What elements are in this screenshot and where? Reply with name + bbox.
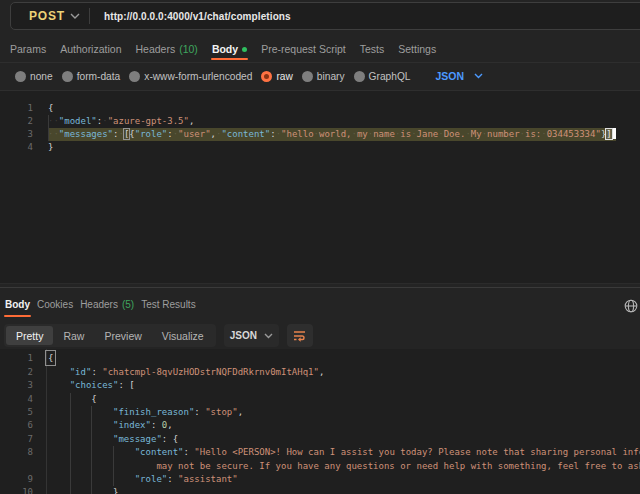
response-tabs: Body Cookies Headers(5) Test Results <box>5 290 640 318</box>
line-number: 9 <box>0 473 33 486</box>
code-line: 6 "index": 0, <box>0 419 640 432</box>
wrap-line-button[interactable] <box>287 324 313 347</box>
text-cursor <box>613 128 616 139</box>
request-tabs: Params Authorization Headers(10) Body Pr… <box>10 36 640 62</box>
code-token <box>48 420 113 430</box>
code-token: } <box>48 142 53 152</box>
line-number: 8 <box>0 446 33 459</box>
code-token: "index" <box>113 420 151 430</box>
label: Authorization <box>60 43 121 55</box>
response-language-dropdown[interactable]: JSON <box>224 324 279 347</box>
code-line: may not be secure. If you have any quest… <box>0 460 640 473</box>
code-line: 2··"model":·"azure-gpt-3.5", <box>0 115 640 128</box>
postman-app: POST http://0.0.0.0:4000/v1/chat/complet… <box>0 0 640 494</box>
tab-body[interactable]: Body <box>212 36 247 62</box>
line-number: 1 <box>0 352 33 365</box>
radio-none[interactable]: none <box>15 71 53 82</box>
radio-raw[interactable]: raw <box>261 71 292 82</box>
line-number: 4 <box>0 393 33 406</box>
label: x-www-form-urlencoded <box>144 71 252 82</box>
label: raw <box>276 71 292 82</box>
code-token: : <box>151 420 162 430</box>
code-token: "assistant" <box>178 474 238 484</box>
code-line: 9 "role": "assistant" <box>0 473 640 486</box>
code-token: "content" <box>135 447 184 457</box>
chevron-down-icon <box>264 333 273 339</box>
code-token: ] <box>606 129 611 139</box>
code-text: ··"model":·"azure-gpt-3.5", <box>48 115 194 128</box>
code-token: 034453334" <box>547 129 601 139</box>
view-raw[interactable]: Raw <box>53 326 94 345</box>
label: Headers <box>135 43 175 55</box>
code-token <box>48 434 113 444</box>
tab-tests[interactable]: Tests <box>360 36 385 62</box>
code-line: 4 { <box>0 393 640 406</box>
label: Body <box>212 43 238 55</box>
globe-icon[interactable] <box>624 299 638 313</box>
response-tab-cookies[interactable]: Cookies <box>37 290 73 318</box>
code-token: "hello <box>281 129 314 139</box>
tab-params[interactable]: Params <box>10 36 46 62</box>
code-token: "content" <box>221 129 270 139</box>
radio-circle-icon <box>15 71 26 82</box>
body-dot-icon <box>242 47 247 52</box>
code-line: 10 } <box>0 486 640 494</box>
code-token: ·· <box>48 116 59 126</box>
tab-headers[interactable]: Headers(10) <box>135 36 197 62</box>
label: JSON <box>230 330 257 341</box>
request-body-editor[interactable]: 1{2··"model":·"azure-gpt-3.5",3··"messag… <box>0 91 640 284</box>
code-token: , <box>238 407 243 417</box>
code-token <box>48 474 135 484</box>
tab-pre-request-script[interactable]: Pre-request Script <box>261 36 346 62</box>
radio-graphql[interactable]: GraphQL <box>354 71 411 82</box>
radio-selected-icon <box>261 71 272 82</box>
code-token: "stop" <box>205 407 238 417</box>
code-token: "role" <box>135 129 168 139</box>
code-token: "Hello <PERSON>! How can I assist you to… <box>194 447 640 457</box>
code-token: : <box>183 447 194 457</box>
radio-x-www-form-urlencoded[interactable]: x-www-form-urlencoded <box>129 71 252 82</box>
label: JSON <box>436 70 465 82</box>
url-bar: POST http://0.0.0.0:4000/v1/chat/complet… <box>10 2 640 30</box>
code-token <box>48 380 70 390</box>
code-text: } <box>48 486 118 494</box>
code-text: "content": "Hello <PERSON>! How can I as… <box>48 446 640 459</box>
language-dropdown[interactable]: JSON <box>436 70 484 82</box>
line-number: 7 <box>0 433 33 446</box>
line-number: 2 <box>0 115 33 128</box>
url-input[interactable]: http://0.0.0.0:4000/v1/chat/completions <box>90 11 291 22</box>
code-token: : <box>91 367 102 377</box>
code-token: } <box>113 487 118 494</box>
line-number: 3 <box>0 379 33 392</box>
code-token <box>48 394 91 404</box>
method-label: POST <box>29 9 65 23</box>
code-text: } <box>48 141 53 154</box>
code-token: { <box>91 394 96 404</box>
code-token: "choices" <box>70 380 119 390</box>
response-body-editor[interactable]: 1{2 "id": "chatcmpl-8qvUzHODstrNQFDdRkrn… <box>0 349 640 494</box>
code-token <box>48 367 70 377</box>
method-dropdown[interactable]: POST <box>11 3 89 29</box>
code-token: My <box>471 129 482 139</box>
tab-settings[interactable]: Settings <box>398 36 436 62</box>
body-mode-row: none form-data x-www-form-urlencoded raw… <box>15 63 640 89</box>
radio-circle-icon <box>62 71 73 82</box>
label: Settings <box>398 43 436 55</box>
code-token: "model" <box>59 116 97 126</box>
code-line: 8 "content": "Hello <PERSON>! How can I … <box>0 446 640 459</box>
code-token: "message" <box>113 434 162 444</box>
view-switcher: Pretty Raw Preview Visualize <box>4 324 216 347</box>
label: Body <box>5 299 30 310</box>
view-preview[interactable]: Preview <box>94 326 151 345</box>
code-line: 7 "message": { <box>0 433 640 446</box>
view-pretty[interactable]: Pretty <box>6 326 53 345</box>
response-tab-headers[interactable]: Headers(5) <box>80 290 134 318</box>
view-visualize[interactable]: Visualize <box>152 326 214 345</box>
response-tab-body[interactable]: Body <box>5 290 30 318</box>
radio-binary[interactable]: binary <box>302 71 345 82</box>
code-text: may not be secure. If you have any quest… <box>48 460 640 473</box>
code-text: { <box>48 393 97 406</box>
tab-authorization[interactable]: Authorization <box>60 36 121 62</box>
response-tab-test-results[interactable]: Test Results <box>141 290 195 318</box>
radio-form-data[interactable]: form-data <box>62 71 121 82</box>
